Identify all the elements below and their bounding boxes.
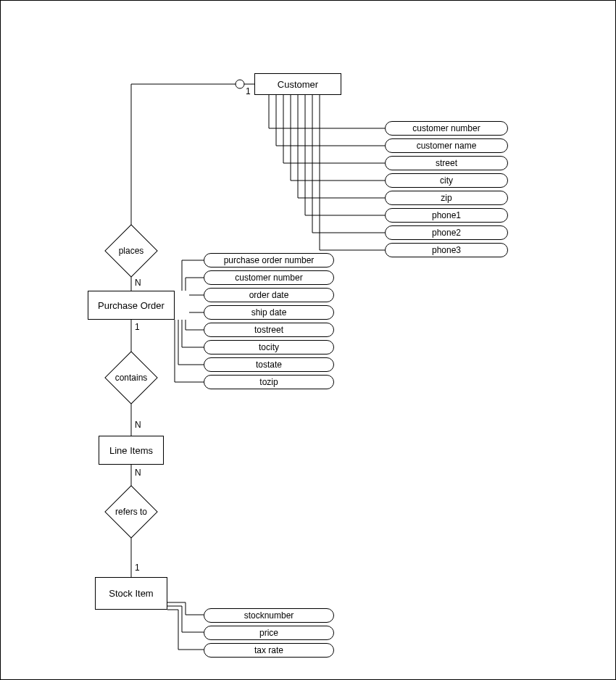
cardinality-li-refers: N <box>135 468 141 478</box>
entity-customer: Customer <box>254 73 341 95</box>
er-diagram: Customer Purchase Order Line Items Stock… <box>0 0 616 680</box>
svg-point-1 <box>236 80 244 88</box>
cardinality-customer-places: 1 <box>246 86 251 96</box>
entity-stock-item: Stock Item <box>95 577 167 610</box>
entity-purchase-order: Purchase Order <box>88 291 175 320</box>
attr-tax-rate: tax rate <box>204 643 334 658</box>
entity-line-items: Line Items <box>99 436 164 465</box>
cardinality-po-contains: 1 <box>135 322 140 332</box>
attr-phone1: phone1 <box>385 208 508 223</box>
attr-po-number: purchase order number <box>204 253 334 268</box>
relationship-refers-to: refers to <box>106 486 157 537</box>
attr-customer-number: customer number <box>385 121 508 136</box>
attr-phone3: phone3 <box>385 243 508 257</box>
cardinality-refers-si: 1 <box>135 563 140 573</box>
cardinality-contains-li: N <box>135 420 141 430</box>
attr-customer-name: customer name <box>385 138 508 153</box>
attr-tostate: tostate <box>204 357 334 372</box>
attr-order-date: order date <box>204 288 334 302</box>
attr-po-customer-number: customer number <box>204 270 334 285</box>
attr-city: city <box>385 173 508 188</box>
cardinality-places-po: N <box>135 278 141 288</box>
relationship-places: places <box>106 225 157 276</box>
attr-street: street <box>385 156 508 170</box>
attr-phone2: phone2 <box>385 225 508 240</box>
attr-zip: zip <box>385 191 508 205</box>
attr-stocknumber: stocknumber <box>204 608 334 623</box>
attr-tocity: tocity <box>204 340 334 354</box>
relationship-places-label: places <box>106 225 157 276</box>
attr-tostreet: tostreet <box>204 323 334 337</box>
relationship-contains-label: contains <box>106 352 157 403</box>
relationship-refers-to-label: refers to <box>106 486 157 537</box>
attr-tozip: tozip <box>204 375 334 389</box>
relationship-contains: contains <box>106 352 157 403</box>
attr-price: price <box>204 626 334 640</box>
attr-ship-date: ship date <box>204 305 334 320</box>
